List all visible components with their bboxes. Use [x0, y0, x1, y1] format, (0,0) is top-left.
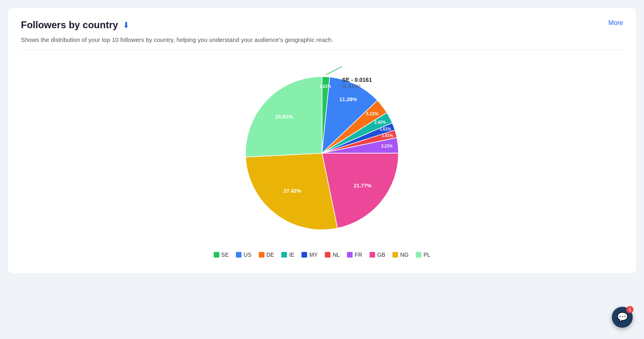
chat-button[interactable]: 💬 1 — [612, 307, 633, 328]
legend-label-fr: FR — [355, 252, 362, 258]
legend-color-fr — [347, 252, 353, 258]
main-card: Followers by country ⬇ Shows the distrib… — [8, 8, 636, 273]
page-container: Followers by country ⬇ Shows the distrib… — [0, 0, 644, 339]
svg-text:1.61%: 1.61% — [320, 84, 331, 89]
legend-color-nl — [325, 252, 330, 258]
legend-item-gb: GB — [369, 252, 385, 258]
card-header: Followers by country ⬇ — [21, 19, 623, 31]
more-link[interactable]: More — [609, 19, 623, 27]
legend-color-gb — [369, 252, 375, 258]
svg-text:25.81%: 25.81% — [275, 114, 293, 120]
card-subtitle: Shows the distribution of your top 10 fo… — [21, 36, 623, 43]
legend-label-pl: PL — [423, 252, 430, 258]
legend-color-de — [259, 252, 264, 258]
chat-badge: 1 — [626, 306, 634, 313]
legend: SEUSDEIEMYNLFRGBNGPL — [214, 252, 431, 258]
svg-text:11.29%: 11.29% — [339, 96, 357, 102]
legend-label-gb: GB — [377, 252, 385, 258]
legend-label-nl: NL — [332, 252, 340, 258]
pie-chart-svg: 1.61%11.29%3.23%2.42%1.61%1.61%3.23%21.7… — [233, 64, 411, 242]
legend-label-ng: NG — [400, 252, 409, 258]
legend-color-se — [214, 252, 219, 258]
legend-item-nl: NL — [325, 252, 340, 258]
legend-color-my — [301, 252, 307, 258]
legend-item-de: DE — [259, 252, 274, 258]
svg-text:1.61%: 1.61% — [380, 127, 391, 131]
legend-label-ie: IE — [289, 252, 294, 258]
legend-color-pl — [416, 252, 421, 258]
svg-text:2.42%: 2.42% — [374, 120, 386, 125]
chat-icon: 💬 — [617, 312, 628, 322]
chart-area: 1.61%11.29%3.23%2.42%1.61%1.61%3.23%21.7… — [21, 56, 623, 262]
legend-item-se: SE — [214, 252, 229, 258]
legend-item-my: MY — [301, 252, 318, 258]
legend-label-us: US — [244, 252, 251, 258]
divider — [21, 50, 623, 50]
legend-item-ie: IE — [281, 252, 294, 258]
svg-text:21.77%: 21.77% — [354, 183, 372, 189]
legend-label-de: DE — [266, 252, 274, 258]
legend-item-fr: FR — [347, 252, 362, 258]
legend-label-se: SE — [221, 252, 229, 258]
legend-item-us: US — [236, 252, 251, 258]
legend-color-ie — [281, 252, 287, 258]
svg-line-10 — [326, 67, 342, 75]
page-title: Followers by country — [21, 19, 118, 31]
pie-wrapper: 1.61%11.29%3.23%2.42%1.61%1.61%3.23%21.7… — [233, 64, 411, 242]
legend-item-ng: NG — [392, 252, 409, 258]
svg-text:27.42%: 27.42% — [284, 188, 302, 194]
legend-color-us — [236, 252, 242, 258]
legend-label-my: MY — [309, 252, 318, 258]
download-icon[interactable]: ⬇ — [123, 20, 130, 30]
svg-text:1.61%: 1.61% — [382, 133, 393, 138]
svg-text:3.23%: 3.23% — [381, 144, 392, 148]
svg-text:3.23%: 3.23% — [366, 111, 378, 116]
legend-color-ng — [392, 252, 398, 258]
legend-item-pl: PL — [416, 252, 430, 258]
